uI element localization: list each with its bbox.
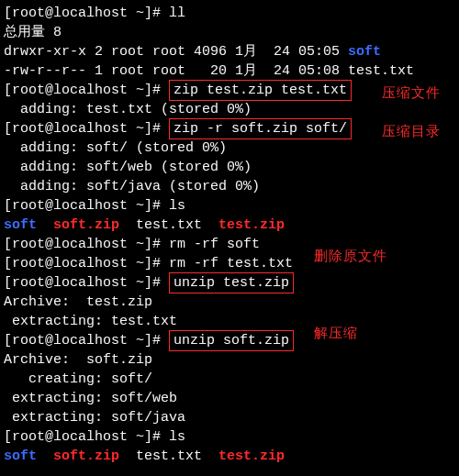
hl-zip-file: zip test.zip test.txt (169, 80, 352, 101)
hl-unzip-soft: unzip soft.zip (169, 330, 294, 351)
out-archive-soft: Archive: soft.zip (4, 350, 455, 370)
prompt-line: [root@localhost ~]# ll (4, 4, 455, 23)
out-add-test: adding: test.txt (stored 0%) (4, 100, 455, 119)
ls-file-line: -rw-r--r-- 1 root root 20 1月 24 05:08 te… (4, 61, 455, 81)
cmd-ls1: [root@localhost ~]# ls (4, 196, 455, 216)
out-extract-test: extracting: test.txt (4, 312, 455, 331)
cmd-unzip-test: [root@localhost ~]# unzip test.zip (4, 273, 455, 293)
hl-zip-dir: zip -r soft.zip soft/ (169, 118, 352, 139)
cmd-ls2: [root@localhost ~]# ls (4, 427, 455, 447)
out-add-softjava: adding: soft/java (stored 0%) (4, 177, 455, 196)
out-extract-java: extracting: soft/java (4, 408, 455, 427)
out-add-softdir: adding: soft/ (stored 0%) (4, 138, 455, 158)
note-zip-dir: 压缩目录 (382, 121, 441, 140)
out-archive-test: Archive: test.zip (4, 293, 455, 312)
out-create-soft: creating: soft/ (4, 370, 455, 389)
note-zip-file: 压缩文件 (382, 83, 441, 102)
dir-soft: soft (348, 44, 381, 60)
note-del-orig: 删除原文件 (314, 246, 387, 265)
hl-unzip-test: unzip test.zip (169, 272, 294, 293)
ls-output-2: soft soft.zip test.txt test.zip (4, 447, 455, 466)
output-total: 总用量 8 (4, 23, 455, 42)
note-unzip: 解压缩 (314, 323, 358, 342)
cmd-rm-soft: [root@localhost ~]# rm -rf soft (4, 235, 455, 254)
cmd-rm-test: [root@localhost ~]# rm -rf test.txt (4, 254, 455, 273)
cmd-unzip-soft: [root@localhost ~]# unzip soft.zip (4, 331, 455, 350)
out-add-softweb: adding: soft/web (stored 0%) (4, 158, 455, 177)
ls-output-1: soft soft.zip test.txt test.zip (4, 216, 455, 235)
out-extract-web: extracting: soft/web (4, 389, 455, 408)
ls-dir-line: drwxr-xr-x 2 root root 4096 1月 24 05:05 … (4, 42, 455, 61)
